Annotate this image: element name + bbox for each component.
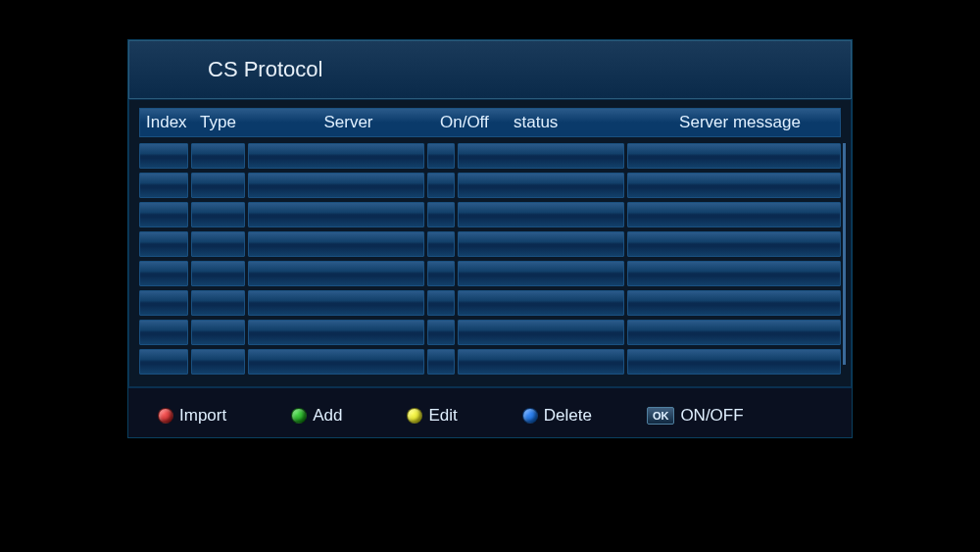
cell-onoff xyxy=(427,320,455,345)
cell-onoff xyxy=(427,349,455,375)
table-row[interactable] xyxy=(139,261,841,286)
cell-onoff xyxy=(427,173,455,198)
cell-msg xyxy=(627,173,841,198)
cell-type xyxy=(191,202,245,227)
cell-type xyxy=(191,320,245,345)
cell-msg xyxy=(627,349,841,375)
cell-msg xyxy=(627,290,841,316)
cell-status xyxy=(458,261,624,286)
action-bar: Import Add Edit Delete OK ON/OFF xyxy=(128,387,852,437)
cell-server xyxy=(248,143,424,169)
cell-status xyxy=(458,349,624,375)
green-dot-icon xyxy=(291,408,307,424)
cell-server xyxy=(248,202,424,227)
table-header: Index Type Server On/Off status Server m… xyxy=(139,108,841,137)
table-row[interactable] xyxy=(139,202,841,227)
cell-server xyxy=(248,261,424,286)
delete-button[interactable]: Delete xyxy=(522,406,592,426)
onoff-button[interactable]: OK ON/OFF xyxy=(647,406,744,426)
cell-index xyxy=(139,231,188,257)
table-row[interactable] xyxy=(139,143,841,169)
add-label: Add xyxy=(313,406,342,426)
red-dot-icon xyxy=(158,408,173,424)
cell-server xyxy=(248,349,424,375)
import-label: Import xyxy=(179,406,226,426)
scrollbar[interactable] xyxy=(843,143,846,365)
cell-server xyxy=(248,290,424,316)
cell-type xyxy=(191,143,245,169)
cell-index xyxy=(139,290,188,316)
edit-label: Edit xyxy=(428,406,457,426)
cell-msg xyxy=(627,202,841,227)
cell-onoff xyxy=(427,290,455,316)
header-status: status xyxy=(508,113,640,132)
cell-onoff xyxy=(427,261,455,286)
cell-server xyxy=(248,320,424,345)
cell-status xyxy=(458,173,624,198)
header-type: Type xyxy=(194,113,263,132)
table-row[interactable] xyxy=(139,320,841,345)
delete-label: Delete xyxy=(544,406,592,426)
import-button[interactable]: Import xyxy=(158,406,226,426)
cell-onoff xyxy=(427,202,455,227)
header-index: Index xyxy=(140,113,194,132)
header-server: Server xyxy=(263,113,434,132)
header-onoff: On/Off xyxy=(434,113,508,132)
header-message: Server message xyxy=(640,113,840,132)
cell-status xyxy=(458,202,624,227)
cell-index xyxy=(139,320,188,345)
cell-type xyxy=(191,290,245,316)
cell-msg xyxy=(627,320,841,345)
cell-index xyxy=(139,349,188,375)
cell-index xyxy=(139,173,188,198)
blue-dot-icon xyxy=(522,408,538,424)
onoff-label: ON/OFF xyxy=(680,406,743,426)
table-body xyxy=(139,143,841,375)
server-table: Index Type Server On/Off status Server m… xyxy=(139,108,841,375)
table-row[interactable] xyxy=(139,173,841,198)
edit-button[interactable]: Edit xyxy=(407,406,457,426)
cell-msg xyxy=(627,143,841,169)
cell-type xyxy=(191,173,245,198)
table-row[interactable] xyxy=(139,231,841,257)
cell-index xyxy=(139,202,188,227)
add-button[interactable]: Add xyxy=(291,406,342,426)
content-area: Index Type Server On/Off status Server m… xyxy=(128,99,852,387)
cell-onoff xyxy=(427,231,455,257)
cell-type xyxy=(191,261,245,286)
cell-index xyxy=(139,143,188,169)
yellow-dot-icon xyxy=(407,408,422,424)
ok-badge-icon: OK xyxy=(647,407,675,425)
cell-msg xyxy=(627,231,841,257)
cell-type xyxy=(191,349,245,375)
cell-index xyxy=(139,261,188,286)
cell-server xyxy=(248,231,424,257)
table-row[interactable] xyxy=(139,349,841,375)
cs-protocol-panel: CS Protocol Index Type Server On/Off sta… xyxy=(127,39,853,438)
cell-msg xyxy=(627,261,841,286)
cell-server xyxy=(248,173,424,198)
page-title: CS Protocol xyxy=(128,40,852,99)
cell-status xyxy=(458,320,624,345)
cell-status xyxy=(458,231,624,257)
cell-status xyxy=(458,290,624,316)
table-row[interactable] xyxy=(139,290,841,316)
cell-type xyxy=(191,231,245,257)
cell-status xyxy=(458,143,624,169)
cell-onoff xyxy=(427,143,455,169)
